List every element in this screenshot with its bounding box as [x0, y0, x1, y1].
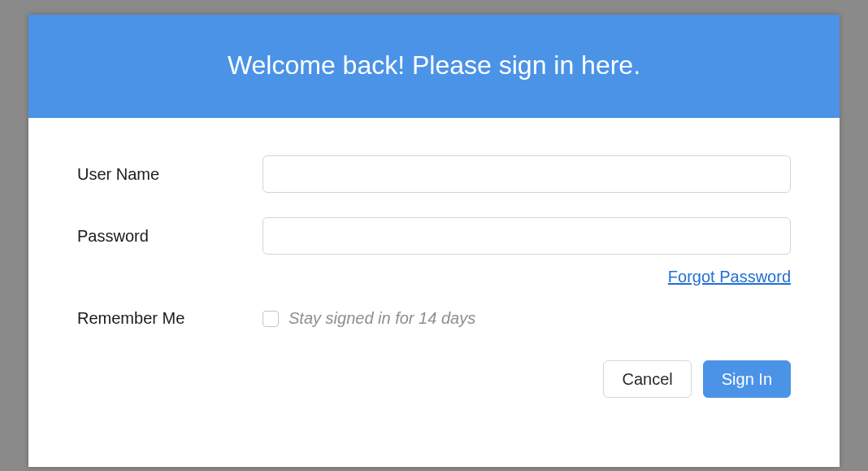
remember-checkbox[interactable]: [263, 311, 279, 327]
button-row: Cancel Sign In: [77, 360, 791, 398]
remember-field-wrap: Stay signed in for 14 days: [263, 309, 791, 328]
card-header: Welcome back! Please sign in here.: [28, 15, 840, 118]
username-field-wrap: [263, 155, 791, 193]
remember-row: Remember Me Stay signed in for 14 days: [77, 309, 791, 328]
remember-checkbox-label: Stay signed in for 14 days: [289, 309, 475, 328]
cancel-button[interactable]: Cancel: [603, 360, 691, 398]
password-row: Password: [77, 217, 791, 255]
password-input[interactable]: [263, 217, 791, 255]
forgot-password-link[interactable]: Forgot Password: [668, 268, 791, 286]
card-body: User Name Password Forgot Password Remem…: [28, 118, 840, 467]
sign-in-card: Welcome back! Please sign in here. User …: [28, 15, 840, 467]
forgot-password-row: Forgot Password: [77, 268, 791, 286]
sign-in-button[interactable]: Sign In: [703, 360, 791, 398]
remember-label: Remember Me: [77, 309, 263, 328]
username-row: User Name: [77, 155, 791, 193]
username-label: User Name: [77, 165, 263, 184]
username-input[interactable]: [263, 155, 791, 193]
password-label: Password: [77, 227, 263, 246]
header-title: Welcome back! Please sign in here.: [228, 50, 640, 80]
password-field-wrap: [263, 217, 791, 255]
